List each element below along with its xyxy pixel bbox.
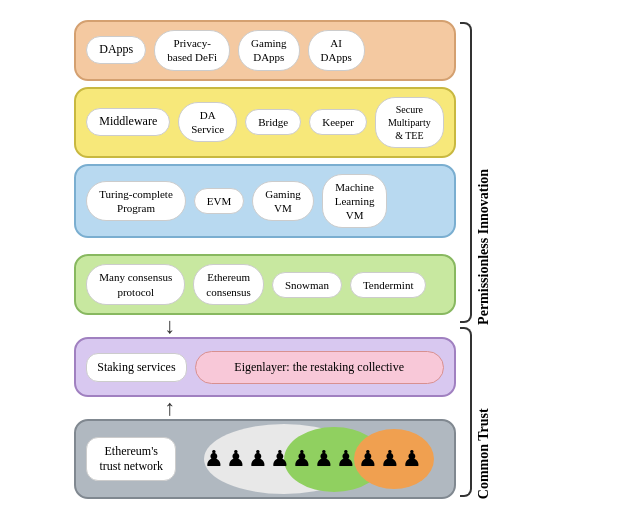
eigenlayer-box: Eigenlayer: the restaking collective xyxy=(195,351,444,384)
person-7: ♟ xyxy=(336,446,356,472)
dapps-chip-1: Privacy-based DeFi xyxy=(154,30,230,71)
bottom-bracket-label: Common Trust xyxy=(472,325,496,499)
top-bracket-label: Permissionless Innovation xyxy=(472,20,496,325)
person-1: ♟ xyxy=(204,446,224,472)
spacer xyxy=(74,244,455,248)
consensus-layer: Many consensusprotocol Ethereumconsensus… xyxy=(74,254,455,315)
middleware-chip-3: Keeper xyxy=(309,109,367,135)
vm-layer: Turing-completeProgram EVM GamingVM Mach… xyxy=(74,164,455,239)
bottom-bracket-group: Common Trust xyxy=(460,325,566,499)
middleware-layer: Middleware DAService Bridge Keeper Secur… xyxy=(74,87,455,158)
person-8: ♟ xyxy=(358,446,378,472)
vm-chip-1: EVM xyxy=(194,188,244,214)
layers-section: DApps Privacy-based DeFi GamingDApps AID… xyxy=(74,20,455,499)
top-brace xyxy=(460,22,472,323)
arrow-down: ↓ xyxy=(74,321,455,331)
consensus-label: Many consensusprotocol xyxy=(86,264,185,305)
middleware-label: Middleware xyxy=(86,108,170,136)
person-4: ♟ xyxy=(270,446,290,472)
top-bracket-group: Permissionless Innovation xyxy=(460,20,566,325)
middleware-chip-4: SecureMultiparty& TEE xyxy=(375,97,444,148)
ethereum-trust-box: Ethereum'strust network xyxy=(86,437,176,481)
consensus-chip-3: Tendermint xyxy=(350,272,427,298)
persons-row: ♟ ♟ ♟ ♟ ♟ ♟ ♟ ♟ ♟ ♟ xyxy=(204,446,424,472)
bottom-brace xyxy=(460,327,472,497)
consensus-chip-1: Ethereumconsensus xyxy=(193,264,264,305)
dapps-layer: DApps Privacy-based DeFi GamingDApps AID… xyxy=(74,20,455,81)
people-container: ♟ ♟ ♟ ♟ ♟ ♟ ♟ ♟ ♟ ♟ xyxy=(184,446,443,472)
vm-chip-3: MachineLearningVM xyxy=(322,174,388,229)
dapps-label: DApps xyxy=(86,36,146,64)
diagram: DApps Privacy-based DeFi GamingDApps AID… xyxy=(74,20,565,499)
dapps-chip-3: AIDApps xyxy=(308,30,365,71)
person-3: ♟ xyxy=(248,446,268,472)
staking-layer: Staking services Eigenlayer: the restaki… xyxy=(74,337,455,397)
ethereum-layer: Ethereum'strust network ♟ ♟ ♟ ♟ ♟ ♟ ♟ ♟ … xyxy=(74,419,455,499)
arrow-up: ↑ xyxy=(74,403,455,413)
middleware-chip-1: DAService xyxy=(178,102,237,143)
vm-label: Turing-completeProgram xyxy=(86,181,186,222)
person-2: ♟ xyxy=(226,446,246,472)
person-10: ♟ xyxy=(402,446,422,472)
middleware-chip-2: Bridge xyxy=(245,109,301,135)
person-5: ♟ xyxy=(292,446,312,472)
right-labels: Permissionless Innovation Common Trust xyxy=(456,20,566,499)
staking-box: Staking services xyxy=(86,353,186,382)
person-6: ♟ xyxy=(314,446,334,472)
dapps-chip-2: GamingDApps xyxy=(238,30,299,71)
consensus-chip-2: Snowman xyxy=(272,272,342,298)
person-9: ♟ xyxy=(380,446,400,472)
vm-chip-2: GamingVM xyxy=(252,181,313,222)
